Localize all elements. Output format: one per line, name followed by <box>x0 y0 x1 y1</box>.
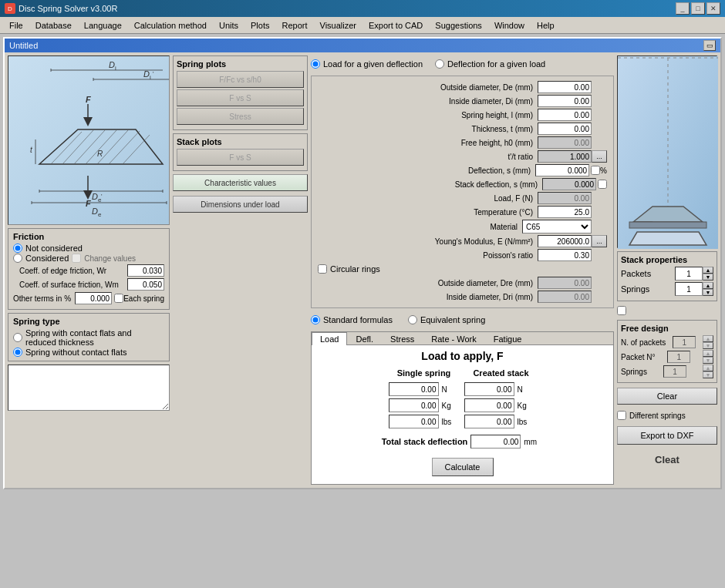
total-deflection-input[interactable] <box>470 435 521 449</box>
poissons-ratio-input[interactable] <box>538 249 592 261</box>
menu-export-cad[interactable]: Export to CAD <box>362 19 429 32</box>
stack-deflection-checkbox[interactable] <box>598 180 607 189</box>
coeff-edge-input[interactable] <box>127 264 164 277</box>
outside-diameter-label: Outside diameter, De (mm) <box>318 83 538 92</box>
tabs-content: Load to apply, F Single spring Created s… <box>312 345 613 484</box>
packets-up-button[interactable]: ▲ <box>703 267 713 274</box>
dimensions-under-load-button: Dimensions under load <box>173 196 308 213</box>
deflection-percent-checkbox[interactable] <box>591 166 600 175</box>
packets-input[interactable] <box>675 267 703 281</box>
stack-plots-title: Stack plots <box>177 137 304 146</box>
svg-text:F: F <box>86 95 91 104</box>
maximize-button[interactable]: □ <box>691 2 705 15</box>
created-stack-n-input[interactable] <box>464 382 514 396</box>
youngs-dots-button[interactable]: ... <box>592 235 607 247</box>
outside-diameter-input[interactable] <box>538 81 592 93</box>
tab-rate-work[interactable]: Rate - Work <box>423 332 484 345</box>
tt-ratio-input[interactable] <box>538 150 592 163</box>
coeff-surface-input[interactable] <box>127 278 164 291</box>
spring-type-1-label: Spring with contact flats and reduced th… <box>25 328 164 347</box>
spring-height-input[interactable] <box>538 109 592 121</box>
created-stack-header: Created stack <box>470 368 532 378</box>
minimize-button[interactable]: _ <box>676 2 690 15</box>
svg-text:D: D <box>143 69 150 79</box>
other-terms-input[interactable] <box>75 292 112 304</box>
change-values-label: Change values <box>84 254 136 263</box>
created-stack-lbs-input[interactable] <box>464 415 514 428</box>
menu-visualizer[interactable]: Visualizer <box>314 19 363 32</box>
menu-window[interactable]: Window <box>488 19 531 32</box>
svg-text:i: i <box>115 65 116 72</box>
coeff-edge-label: Coeff. of edge friction, Wr <box>19 267 127 275</box>
spring-type-2-radio[interactable] <box>13 348 22 357</box>
menu-database[interactable]: Database <box>29 19 78 32</box>
deflection-given-load-radio[interactable] <box>435 59 444 69</box>
single-spring-kg-input[interactable] <box>389 398 439 412</box>
fd-packet-n-down: ▼ <box>703 357 713 364</box>
menu-calculation-method[interactable]: Calculation method <box>128 19 213 32</box>
menu-suggestions[interactable]: Suggestions <box>429 19 488 32</box>
deflection-s-input[interactable] <box>535 164 589 176</box>
standard-formulas-radio[interactable] <box>311 315 320 324</box>
tab-defl[interactable]: Defl. <box>347 332 382 345</box>
spring-visualization <box>617 55 717 248</box>
tab-fatigue[interactable]: Fatigue <box>485 332 531 345</box>
top-radio-row: Load for a given deflection Deflection f… <box>311 55 614 72</box>
standard-formulas-label: Standard formulas <box>323 315 393 324</box>
menu-plots[interactable]: Plots <box>244 19 275 32</box>
unknown-checkbox[interactable] <box>617 306 626 315</box>
fd-packets-down: ▼ <box>703 342 713 349</box>
circular-rings-checkbox[interactable] <box>318 264 327 274</box>
free-design-box: Free design N. of packets ▲ ▼ Packet N° <box>617 320 717 383</box>
inside-diameter-label: Inside diameter, Di (mm) <box>318 97 538 106</box>
created-stack-kg-input[interactable] <box>464 398 514 412</box>
springs-down-button[interactable]: ▼ <box>703 289 713 296</box>
calculate-button[interactable]: Calculate <box>432 458 494 476</box>
close-button[interactable]: ✕ <box>706 2 720 15</box>
deflection-given-load-label: Deflection for a given load <box>447 59 545 69</box>
tab-load[interactable]: Load <box>312 332 347 345</box>
tab-stress[interactable]: Stress <box>382 332 423 345</box>
different-springs-label: Different springs <box>629 412 686 420</box>
thickness-input[interactable] <box>538 123 592 135</box>
change-values-checkbox[interactable] <box>72 254 81 263</box>
single-spring-n-input[interactable] <box>389 382 439 396</box>
menu-file[interactable]: File <box>3 19 29 32</box>
spring-type-1-radio[interactable] <box>13 333 22 342</box>
menu-help[interactable]: Help <box>531 19 561 32</box>
each-spring-checkbox[interactable] <box>114 294 123 303</box>
springs-input[interactable] <box>675 282 703 296</box>
material-select[interactable]: C65 51CrV4 Custom <box>522 220 592 234</box>
inside-diameter-input[interactable] <box>538 95 592 107</box>
menu-units[interactable]: Units <box>213 19 244 32</box>
notes-textarea[interactable] <box>8 365 170 411</box>
equivalent-spring-label: Equivalent spring <box>420 315 485 324</box>
stack-deflection-input[interactable] <box>542 178 596 190</box>
characteristic-values-button[interactable]: Characteristic values <box>173 174 308 191</box>
svg-rect-41 <box>629 222 706 228</box>
menu-language[interactable]: Language <box>78 19 128 32</box>
right-panel: Load for a given deflection Deflection f… <box>311 55 614 485</box>
youngs-modulus-input[interactable] <box>538 235 592 247</box>
temperature-input[interactable] <box>538 206 592 218</box>
single-spring-lbs-input[interactable] <box>389 415 439 428</box>
export-dxf-button[interactable]: Export to DXF <box>617 426 717 445</box>
load-given-deflection-radio[interactable] <box>311 59 320 69</box>
spring-diagram: D i ' D i F <box>8 55 170 225</box>
ffc-plot-button: F/Fc vs s/h0 <box>177 71 304 88</box>
tt-ratio-dots-button[interactable]: ... <box>592 150 607 163</box>
springs-up-button[interactable]: ▲ <box>703 282 713 289</box>
menu-report[interactable]: Report <box>275 19 313 32</box>
free-height-label: Free height, h0 (mm) <box>318 139 538 147</box>
equivalent-spring-radio[interactable] <box>408 315 417 324</box>
packets-down-button[interactable]: ▼ <box>703 274 713 281</box>
different-springs-checkbox[interactable] <box>617 411 626 420</box>
fd-n-packets-label: N. of packets <box>621 338 666 347</box>
stress-plot-button: Stress <box>177 108 304 125</box>
window-restore-button[interactable]: ▭ <box>703 40 716 51</box>
packets-label: Packets <box>621 269 651 278</box>
friction-considered-radio[interactable] <box>13 254 22 263</box>
friction-not-considered-radio[interactable] <box>13 244 22 253</box>
clear-button[interactable]: Clear <box>617 388 717 405</box>
unit-lbs-1: lbs <box>442 418 461 426</box>
